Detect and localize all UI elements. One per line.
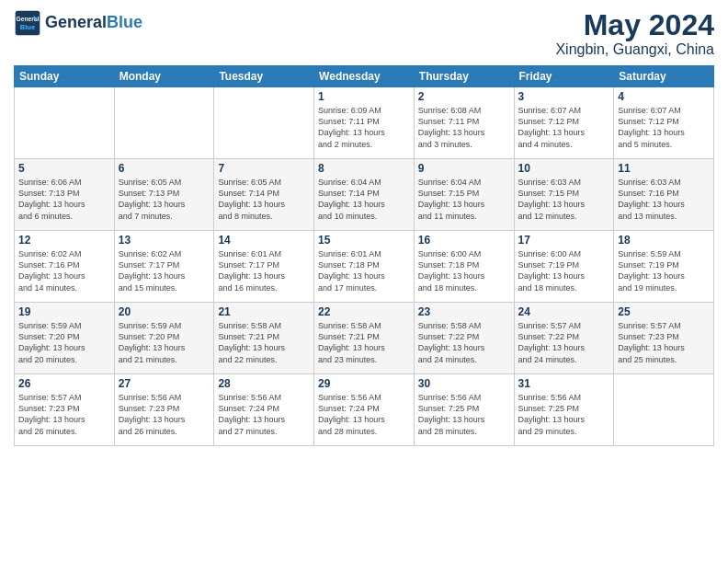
day-number-16: 16 — [418, 234, 510, 247]
day-number-3: 3 — [518, 90, 610, 103]
day-number-24: 24 — [518, 305, 610, 318]
cell-3-6: 25Sunrise: 5:57 AM Sunset: 7:23 PM Dayli… — [614, 303, 714, 374]
logo-icon: General Blue — [14, 9, 41, 37]
day-info-1: Sunrise: 6:09 AM Sunset: 7:11 PM Dayligh… — [318, 105, 410, 150]
header-monday: Monday — [114, 66, 214, 87]
cell-2-2: 14Sunrise: 6:01 AM Sunset: 7:17 PM Dayli… — [214, 231, 314, 303]
header-sunday: Sunday — [15, 66, 115, 87]
day-info-30: Sunrise: 5:56 AM Sunset: 7:25 PM Dayligh… — [418, 392, 510, 437]
cell-0-2 — [214, 87, 314, 159]
day-info-15: Sunrise: 6:01 AM Sunset: 7:18 PM Dayligh… — [318, 248, 410, 293]
cell-3-0: 19Sunrise: 5:59 AM Sunset: 7:20 PM Dayli… — [15, 303, 115, 374]
cell-4-0: 26Sunrise: 5:57 AM Sunset: 7:23 PM Dayli… — [15, 374, 115, 446]
day-number-14: 14 — [218, 234, 310, 247]
day-number-10: 10 — [518, 162, 610, 175]
cell-4-5: 31Sunrise: 5:56 AM Sunset: 7:25 PM Dayli… — [514, 374, 614, 446]
day-info-27: Sunrise: 5:56 AM Sunset: 7:23 PM Dayligh… — [119, 392, 210, 437]
day-info-21: Sunrise: 5:58 AM Sunset: 7:21 PM Dayligh… — [218, 320, 310, 365]
day-info-4: Sunrise: 6:07 AM Sunset: 7:12 PM Dayligh… — [618, 105, 710, 150]
title-block: May 2024 Xingbin, Guangxi, China — [555, 9, 714, 58]
day-number-29: 29 — [318, 377, 410, 390]
cell-2-3: 15Sunrise: 6:01 AM Sunset: 7:18 PM Dayli… — [314, 231, 415, 303]
day-number-18: 18 — [618, 234, 710, 247]
week-row-3: 12Sunrise: 6:02 AM Sunset: 7:16 PM Dayli… — [15, 231, 714, 303]
day-info-19: Sunrise: 5:59 AM Sunset: 7:20 PM Dayligh… — [18, 320, 110, 365]
day-info-14: Sunrise: 6:01 AM Sunset: 7:17 PM Dayligh… — [218, 248, 310, 293]
day-info-6: Sunrise: 6:05 AM Sunset: 7:13 PM Dayligh… — [119, 177, 210, 222]
day-number-19: 19 — [18, 305, 110, 318]
cell-0-6: 4Sunrise: 6:07 AM Sunset: 7:12 PM Daylig… — [614, 87, 714, 159]
day-info-31: Sunrise: 5:56 AM Sunset: 7:25 PM Dayligh… — [518, 392, 610, 437]
logo-name: GeneralBlue — [45, 14, 142, 32]
cell-2-4: 16Sunrise: 6:00 AM Sunset: 7:18 PM Dayli… — [414, 231, 514, 303]
cell-1-3: 8Sunrise: 6:04 AM Sunset: 7:14 PM Daylig… — [314, 159, 415, 231]
header-wednesday: Wednesday — [314, 66, 415, 87]
week-row-4: 19Sunrise: 5:59 AM Sunset: 7:20 PM Dayli… — [15, 303, 714, 374]
header-saturday: Saturday — [614, 66, 714, 87]
week-row-2: 5Sunrise: 6:06 AM Sunset: 7:13 PM Daylig… — [15, 159, 714, 231]
cell-4-4: 30Sunrise: 5:56 AM Sunset: 7:25 PM Dayli… — [414, 374, 514, 446]
day-info-16: Sunrise: 6:00 AM Sunset: 7:18 PM Dayligh… — [418, 248, 510, 293]
cell-3-5: 24Sunrise: 5:57 AM Sunset: 7:22 PM Dayli… — [514, 303, 614, 374]
day-info-10: Sunrise: 6:03 AM Sunset: 7:15 PM Dayligh… — [518, 177, 610, 222]
day-number-28: 28 — [218, 377, 310, 390]
day-number-23: 23 — [418, 305, 510, 318]
cell-0-1 — [114, 87, 214, 159]
cell-2-5: 17Sunrise: 6:00 AM Sunset: 7:19 PM Dayli… — [514, 231, 614, 303]
day-number-26: 26 — [18, 377, 110, 390]
page-container: General Blue GeneralBlue May 2024 Xingbi… — [0, 0, 728, 563]
cell-1-5: 10Sunrise: 6:03 AM Sunset: 7:15 PM Dayli… — [514, 159, 614, 231]
cell-0-4: 2Sunrise: 6:08 AM Sunset: 7:11 PM Daylig… — [414, 87, 514, 159]
day-number-2: 2 — [418, 90, 510, 103]
day-info-13: Sunrise: 6:02 AM Sunset: 7:17 PM Dayligh… — [119, 248, 210, 293]
logo: General Blue GeneralBlue — [14, 9, 142, 37]
day-info-7: Sunrise: 6:05 AM Sunset: 7:14 PM Dayligh… — [218, 177, 310, 222]
day-number-11: 11 — [618, 162, 710, 175]
day-info-20: Sunrise: 5:59 AM Sunset: 7:20 PM Dayligh… — [119, 320, 210, 365]
day-info-25: Sunrise: 5:57 AM Sunset: 7:23 PM Dayligh… — [618, 320, 710, 365]
day-info-11: Sunrise: 6:03 AM Sunset: 7:16 PM Dayligh… — [618, 177, 710, 222]
day-number-6: 6 — [119, 162, 210, 175]
cell-1-6: 11Sunrise: 6:03 AM Sunset: 7:16 PM Dayli… — [614, 159, 714, 231]
day-number-8: 8 — [318, 162, 410, 175]
day-number-1: 1 — [318, 90, 410, 103]
day-number-30: 30 — [418, 377, 510, 390]
cell-3-1: 20Sunrise: 5:59 AM Sunset: 7:20 PM Dayli… — [114, 303, 214, 374]
day-info-2: Sunrise: 6:08 AM Sunset: 7:11 PM Dayligh… — [418, 105, 510, 150]
day-number-4: 4 — [618, 90, 710, 103]
day-number-25: 25 — [618, 305, 710, 318]
day-info-29: Sunrise: 5:56 AM Sunset: 7:24 PM Dayligh… — [318, 392, 410, 437]
weekday-header-row: Sunday Monday Tuesday Wednesday Thursday… — [15, 66, 714, 87]
day-info-9: Sunrise: 6:04 AM Sunset: 7:15 PM Dayligh… — [418, 177, 510, 222]
day-info-5: Sunrise: 6:06 AM Sunset: 7:13 PM Dayligh… — [18, 177, 110, 222]
calendar-table: Sunday Monday Tuesday Wednesday Thursday… — [14, 65, 714, 446]
cell-2-1: 13Sunrise: 6:02 AM Sunset: 7:17 PM Dayli… — [114, 231, 214, 303]
cell-4-3: 29Sunrise: 5:56 AM Sunset: 7:24 PM Dayli… — [314, 374, 415, 446]
cell-1-0: 5Sunrise: 6:06 AM Sunset: 7:13 PM Daylig… — [15, 159, 115, 231]
day-info-26: Sunrise: 5:57 AM Sunset: 7:23 PM Dayligh… — [18, 392, 110, 437]
month-title: May 2024 — [555, 9, 714, 41]
cell-4-6 — [614, 374, 714, 446]
day-info-24: Sunrise: 5:57 AM Sunset: 7:22 PM Dayligh… — [518, 320, 610, 365]
day-info-28: Sunrise: 5:56 AM Sunset: 7:24 PM Dayligh… — [218, 392, 310, 437]
day-number-13: 13 — [119, 234, 210, 247]
cell-1-1: 6Sunrise: 6:05 AM Sunset: 7:13 PM Daylig… — [114, 159, 214, 231]
day-info-3: Sunrise: 6:07 AM Sunset: 7:12 PM Dayligh… — [518, 105, 610, 150]
week-row-1: 1Sunrise: 6:09 AM Sunset: 7:11 PM Daylig… — [15, 87, 714, 159]
cell-3-3: 22Sunrise: 5:58 AM Sunset: 7:21 PM Dayli… — [314, 303, 415, 374]
day-number-27: 27 — [119, 377, 210, 390]
cell-3-4: 23Sunrise: 5:58 AM Sunset: 7:22 PM Dayli… — [414, 303, 514, 374]
day-number-12: 12 — [18, 234, 110, 247]
header-friday: Friday — [514, 66, 614, 87]
cell-4-1: 27Sunrise: 5:56 AM Sunset: 7:23 PM Dayli… — [114, 374, 214, 446]
day-info-23: Sunrise: 5:58 AM Sunset: 7:22 PM Dayligh… — [418, 320, 510, 365]
day-number-20: 20 — [119, 305, 210, 318]
cell-3-2: 21Sunrise: 5:58 AM Sunset: 7:21 PM Dayli… — [214, 303, 314, 374]
day-info-17: Sunrise: 6:00 AM Sunset: 7:19 PM Dayligh… — [518, 248, 610, 293]
header: General Blue GeneralBlue May 2024 Xingbi… — [14, 9, 714, 58]
logo-text-block: GeneralBlue — [45, 14, 142, 32]
calendar-body: 1Sunrise: 6:09 AM Sunset: 7:11 PM Daylig… — [15, 87, 714, 446]
day-number-5: 5 — [18, 162, 110, 175]
day-number-22: 22 — [318, 305, 410, 318]
cell-1-2: 7Sunrise: 6:05 AM Sunset: 7:14 PM Daylig… — [214, 159, 314, 231]
